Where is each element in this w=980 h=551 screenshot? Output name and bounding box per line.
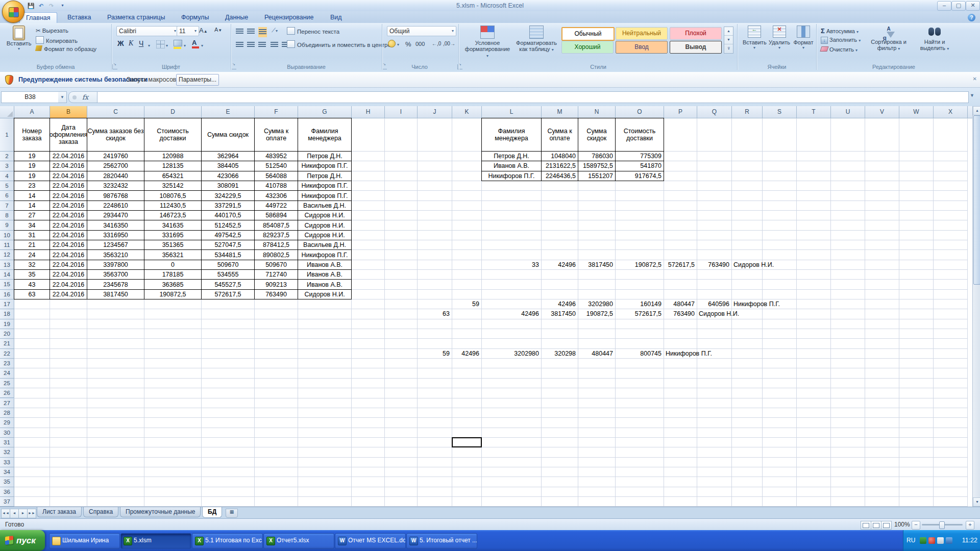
cell-C10[interactable]: 3316950: [87, 230, 144, 240]
row-header-36[interactable]: 36: [0, 487, 14, 497]
cell-F2[interactable]: 483952: [254, 151, 298, 161]
column-header-A[interactable]: A: [14, 106, 50, 118]
column-header-N[interactable]: N: [578, 106, 616, 118]
cell-D13[interactable]: 0: [144, 260, 202, 270]
cell-B6[interactable]: 22.04.2016: [50, 190, 87, 201]
conditional-formatting-button[interactable]: Условное форматирование ▾: [463, 26, 511, 58]
column-header-M[interactable]: M: [542, 106, 578, 118]
row-header-14[interactable]: 14: [0, 270, 14, 280]
cell-A8[interactable]: 27: [14, 210, 50, 220]
cell-K17[interactable]: 59: [452, 299, 479, 309]
office-button[interactable]: [2, 1, 24, 23]
cell-N2[interactable]: 786030: [578, 151, 616, 161]
cell-A9[interactable]: 34: [14, 220, 50, 230]
cell-P22[interactable]: Никифоров П.Г.: [666, 349, 712, 358]
row-header-16[interactable]: 16: [0, 290, 14, 299]
cell-M3[interactable]: 2131622,5: [541, 161, 578, 171]
cell-J22[interactable]: 59: [418, 349, 450, 358]
cell-G11[interactable]: Васильев Д.Н.: [298, 240, 352, 250]
sheet-tab-БД[interactable]: БД: [202, 507, 222, 518]
number-format-select[interactable]: Общий▾: [387, 26, 456, 36]
row-header-5[interactable]: 5: [0, 181, 14, 191]
cell-C3[interactable]: 2562700: [87, 161, 144, 171]
percent-style-button[interactable]: %: [405, 40, 411, 48]
cell-J18[interactable]: 63: [418, 309, 450, 318]
find-select-button[interactable]: Найти и выделить ▾: [914, 26, 955, 51]
table1-header-B[interactable]: Дата оформления заказа: [50, 118, 87, 152]
zoom-in-icon[interactable]: +: [966, 521, 974, 530]
row-header-30[interactable]: 30: [0, 428, 14, 438]
cell-E4[interactable]: 423066: [201, 171, 255, 181]
cell-A5[interactable]: 23: [14, 181, 50, 191]
cell-A3[interactable]: 19: [14, 161, 50, 171]
borders-dropdown-icon[interactable]: ▾: [166, 43, 168, 48]
cell-D5[interactable]: 325142: [144, 181, 202, 191]
cell-G15[interactable]: Иванов А.В.: [298, 279, 352, 289]
cell-O13[interactable]: 190872,5: [616, 260, 662, 269]
start-button[interactable]: пуск: [0, 530, 45, 551]
fill-color-dropdown-icon[interactable]: ▾: [184, 43, 186, 48]
cell-P18[interactable]: 763490: [664, 309, 695, 318]
format-cells-button[interactable]: Формат▾: [792, 26, 815, 50]
cell-M4[interactable]: 2246436,5: [541, 171, 578, 181]
page-layout-view-button[interactable]: [871, 521, 881, 530]
cell-B15[interactable]: 22.04.2016: [50, 279, 87, 289]
cell-C7[interactable]: 2248610: [87, 201, 144, 211]
decrease-decimal-button[interactable]: ,00→: [443, 41, 455, 46]
font-color-button[interactable]: А: [192, 39, 199, 48]
vertical-scroll-thumb[interactable]: [973, 115, 980, 285]
cell-F11[interactable]: 878412,5: [254, 240, 298, 250]
cell-E12[interactable]: 534481,5: [201, 249, 255, 260]
taskbar-item-Шильман Ирина[interactable]: Шильман Ирина: [49, 533, 120, 549]
cell-E14[interactable]: 534555: [201, 269, 255, 280]
scroll-down-icon[interactable]: ▼: [973, 497, 980, 507]
italic-button[interactable]: К: [129, 39, 133, 47]
cell-G7[interactable]: Васильев Д.Н.: [298, 201, 352, 211]
comma-style-button[interactable]: 000: [415, 41, 425, 47]
row-header-2[interactable]: 2: [0, 152, 14, 161]
cell-E11[interactable]: 527047,5: [201, 240, 255, 250]
prev-sheet-icon[interactable]: ◄: [10, 509, 19, 518]
cell-A2[interactable]: 19: [14, 151, 50, 161]
cell-K22[interactable]: 42496: [452, 349, 479, 358]
insert-function-button[interactable]: fx: [68, 91, 98, 103]
minimize-button[interactable]: –: [937, 1, 951, 11]
cell-O22[interactable]: 800745: [616, 349, 662, 358]
page-break-view-button[interactable]: [881, 521, 892, 530]
cell-F15[interactable]: 909213: [254, 279, 298, 289]
cell-N3[interactable]: 1589752,5: [578, 161, 616, 171]
last-sheet-icon[interactable]: ►►: [27, 509, 36, 518]
cell-E3[interactable]: 384405: [201, 161, 255, 171]
cell-G8[interactable]: Сидоров Н.И.: [298, 210, 352, 220]
cell-B11[interactable]: 22.04.2016: [50, 240, 87, 250]
row-header-8[interactable]: 8: [0, 211, 14, 220]
cell-N4[interactable]: 1551207: [578, 171, 616, 181]
cell-B9[interactable]: 22.04.2016: [50, 220, 87, 230]
formula-input[interactable]: [97, 91, 969, 103]
cell-D14[interactable]: 178185: [144, 269, 202, 280]
undo-icon[interactable]: ↶: [37, 2, 45, 10]
cell-C13[interactable]: 3397800: [87, 260, 144, 270]
cell-B4[interactable]: 22.04.2016: [50, 171, 87, 181]
cell-F16[interactable]: 763490: [254, 289, 298, 299]
align-left-button[interactable]: [236, 40, 243, 49]
taskbar-item-5.1 Итоговая по Exc...[interactable]: X5.1 Итоговая по Exc...: [192, 533, 263, 549]
row-header-11[interactable]: 11: [0, 240, 14, 250]
row-header-21[interactable]: 21: [0, 339, 14, 348]
table1-header-A[interactable]: Номер заказа: [14, 118, 50, 152]
style-Ввод[interactable]: Ввод: [616, 41, 668, 54]
style-Вывод[interactable]: Вывод: [670, 41, 722, 54]
scroll-up-icon[interactable]: ▲: [973, 106, 980, 115]
style-Хороший[interactable]: Хороший: [561, 41, 614, 54]
row-header-24[interactable]: 24: [0, 368, 14, 378]
cell-Q18[interactable]: Сидоров Н.И.: [699, 309, 739, 318]
row-header-31[interactable]: 31: [0, 438, 14, 447]
row-header-17[interactable]: 17: [0, 299, 14, 309]
name-box[interactable]: B38: [1, 91, 59, 103]
cell-C8[interactable]: 2934470: [87, 210, 144, 220]
cell-G5[interactable]: Никифоров П.Г.: [298, 181, 352, 191]
underline-button[interactable]: Ч: [139, 39, 143, 47]
first-sheet-icon[interactable]: ◄◄: [1, 509, 10, 518]
align-top-button[interactable]: [236, 27, 243, 36]
cell-M2[interactable]: 1048040: [541, 151, 578, 161]
